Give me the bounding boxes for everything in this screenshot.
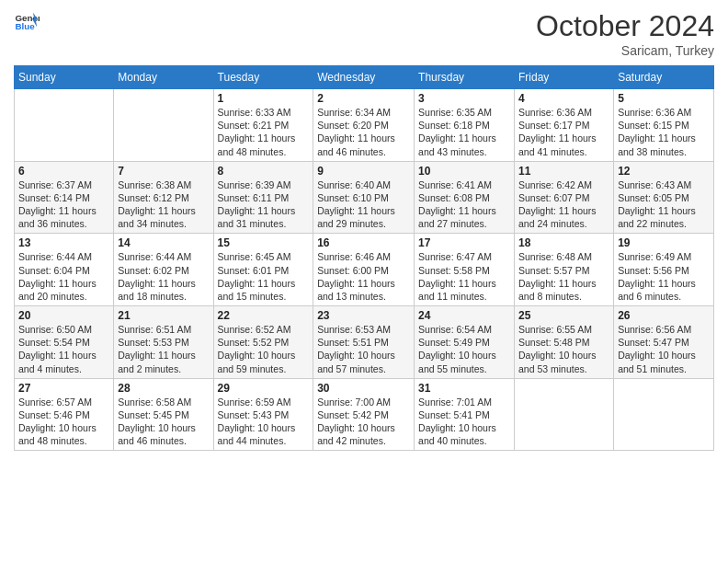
- day-number: 1: [218, 92, 310, 105]
- day-info: Sunrise: 6:52 AM Sunset: 5:52 PM Dayligh…: [218, 323, 310, 375]
- day-number: 26: [618, 309, 710, 322]
- day-info: Sunrise: 6:42 AM Sunset: 6:07 PM Dayligh…: [518, 178, 609, 231]
- day-info: Sunrise: 6:40 AM Sunset: 6:10 PM Dayligh…: [317, 178, 410, 231]
- day-info: Sunrise: 6:37 AM Sunset: 6:14 PM Dayligh…: [18, 178, 109, 231]
- header-sunday: Sunday: [15, 66, 114, 89]
- location: Saricam, Turkey: [536, 43, 714, 58]
- day-number: 24: [418, 309, 510, 322]
- day-info: Sunrise: 6:43 AM Sunset: 6:05 PM Dayligh…: [618, 178, 710, 231]
- calendar-cell: 26Sunrise: 6:56 AM Sunset: 5:47 PM Dayli…: [614, 306, 714, 379]
- day-info: Sunrise: 6:55 AM Sunset: 5:48 PM Dayligh…: [518, 323, 609, 375]
- day-info: Sunrise: 6:50 AM Sunset: 5:54 PM Dayligh…: [18, 323, 109, 375]
- calendar-cell: [614, 378, 714, 451]
- day-number: 21: [118, 309, 209, 322]
- calendar-cell: 9Sunrise: 6:40 AM Sunset: 6:10 PM Daylig…: [313, 161, 415, 234]
- header-friday: Friday: [514, 66, 613, 89]
- day-number: 19: [618, 236, 710, 249]
- day-number: 16: [317, 236, 410, 249]
- calendar-cell: 19Sunrise: 6:49 AM Sunset: 5:56 PM Dayli…: [614, 234, 714, 306]
- day-info: Sunrise: 6:49 AM Sunset: 5:56 PM Dayligh…: [618, 250, 710, 303]
- calendar-cell: 13Sunrise: 6:44 AM Sunset: 6:04 PM Dayli…: [15, 234, 114, 306]
- calendar-cell: 10Sunrise: 6:41 AM Sunset: 6:08 PM Dayli…: [415, 161, 515, 234]
- header-saturday: Saturday: [614, 66, 714, 89]
- calendar-cell: 12Sunrise: 6:43 AM Sunset: 6:05 PM Dayli…: [614, 161, 714, 234]
- calendar-cell: 6Sunrise: 6:37 AM Sunset: 6:14 PM Daylig…: [15, 161, 114, 234]
- header: General Blue October 2024 Saricam, Turke…: [14, 9, 714, 58]
- day-number: 8: [218, 165, 310, 178]
- day-number: 18: [518, 236, 609, 249]
- day-info: Sunrise: 6:36 AM Sunset: 6:15 PM Dayligh…: [618, 106, 710, 158]
- day-info: Sunrise: 7:01 AM Sunset: 5:41 PM Dayligh…: [418, 396, 510, 448]
- day-info: Sunrise: 6:44 AM Sunset: 6:04 PM Dayligh…: [18, 250, 109, 303]
- calendar-cell: 8Sunrise: 6:39 AM Sunset: 6:11 PM Daylig…: [213, 161, 313, 234]
- day-number: 10: [418, 165, 510, 178]
- day-info: Sunrise: 6:59 AM Sunset: 5:43 PM Dayligh…: [218, 396, 310, 448]
- calendar-table: Sunday Monday Tuesday Wednesday Thursday…: [14, 65, 714, 451]
- day-number: 5: [618, 92, 710, 105]
- calendar-cell: 27Sunrise: 6:57 AM Sunset: 5:46 PM Dayli…: [15, 378, 114, 451]
- calendar-cell: 1Sunrise: 6:33 AM Sunset: 6:21 PM Daylig…: [213, 89, 313, 162]
- day-info: Sunrise: 6:51 AM Sunset: 5:53 PM Dayligh…: [118, 323, 209, 375]
- day-number: 7: [118, 165, 209, 178]
- day-info: Sunrise: 6:57 AM Sunset: 5:46 PM Dayligh…: [18, 396, 109, 448]
- calendar-week-5: 27Sunrise: 6:57 AM Sunset: 5:46 PM Dayli…: [15, 378, 714, 451]
- header-wednesday: Wednesday: [313, 66, 415, 89]
- day-info: Sunrise: 6:58 AM Sunset: 5:45 PM Dayligh…: [118, 396, 209, 448]
- day-number: 20: [18, 309, 109, 322]
- calendar-cell: 29Sunrise: 6:59 AM Sunset: 5:43 PM Dayli…: [213, 378, 313, 451]
- day-number: 6: [18, 165, 109, 178]
- calendar-cell: [514, 378, 613, 451]
- calendar-cell: 17Sunrise: 6:47 AM Sunset: 5:58 PM Dayli…: [415, 234, 515, 306]
- day-number: 11: [518, 165, 609, 178]
- day-info: Sunrise: 6:46 AM Sunset: 6:00 PM Dayligh…: [317, 250, 410, 303]
- day-number: 25: [518, 309, 609, 322]
- day-number: 27: [18, 382, 109, 395]
- day-info: Sunrise: 6:38 AM Sunset: 6:12 PM Dayligh…: [118, 178, 209, 231]
- calendar-cell: 11Sunrise: 6:42 AM Sunset: 6:07 PM Dayli…: [514, 161, 613, 234]
- logo-icon: General Blue: [14, 9, 40, 35]
- day-number: 23: [317, 309, 410, 322]
- calendar-cell: 5Sunrise: 6:36 AM Sunset: 6:15 PM Daylig…: [614, 89, 714, 162]
- calendar-cell: 18Sunrise: 6:48 AM Sunset: 5:57 PM Dayli…: [514, 234, 613, 306]
- calendar-cell: 28Sunrise: 6:58 AM Sunset: 5:45 PM Dayli…: [114, 378, 213, 451]
- day-number: 22: [218, 309, 310, 322]
- day-number: 12: [618, 165, 710, 178]
- day-number: 31: [418, 382, 510, 395]
- calendar-cell: 31Sunrise: 7:01 AM Sunset: 5:41 PM Dayli…: [415, 378, 515, 451]
- header-thursday: Thursday: [415, 66, 515, 89]
- calendar-cell: 21Sunrise: 6:51 AM Sunset: 5:53 PM Dayli…: [114, 306, 213, 379]
- calendar-cell: 16Sunrise: 6:46 AM Sunset: 6:00 PM Dayli…: [313, 234, 415, 306]
- day-info: Sunrise: 6:48 AM Sunset: 5:57 PM Dayligh…: [518, 250, 609, 303]
- day-number: 4: [518, 92, 609, 105]
- day-number: 3: [418, 92, 510, 105]
- day-info: Sunrise: 6:36 AM Sunset: 6:17 PM Dayligh…: [518, 106, 609, 158]
- header-monday: Monday: [114, 66, 213, 89]
- day-number: 9: [317, 165, 410, 178]
- title-block: October 2024 Saricam, Turkey: [536, 9, 714, 58]
- calendar-week-3: 13Sunrise: 6:44 AM Sunset: 6:04 PM Dayli…: [15, 234, 714, 306]
- day-info: Sunrise: 6:44 AM Sunset: 6:02 PM Dayligh…: [118, 250, 209, 303]
- calendar-cell: [15, 89, 114, 162]
- calendar-cell: 3Sunrise: 6:35 AM Sunset: 6:18 PM Daylig…: [415, 89, 515, 162]
- day-info: Sunrise: 6:35 AM Sunset: 6:18 PM Dayligh…: [418, 106, 510, 158]
- day-info: Sunrise: 6:56 AM Sunset: 5:47 PM Dayligh…: [618, 323, 710, 375]
- logo: General Blue: [14, 9, 40, 35]
- calendar-cell: 7Sunrise: 6:38 AM Sunset: 6:12 PM Daylig…: [114, 161, 213, 234]
- day-number: 13: [18, 236, 109, 249]
- day-info: Sunrise: 6:34 AM Sunset: 6:20 PM Dayligh…: [317, 106, 410, 158]
- day-number: 28: [118, 382, 209, 395]
- day-info: Sunrise: 6:41 AM Sunset: 6:08 PM Dayligh…: [418, 178, 510, 231]
- calendar-cell: 30Sunrise: 7:00 AM Sunset: 5:42 PM Dayli…: [313, 378, 415, 451]
- calendar-cell: 14Sunrise: 6:44 AM Sunset: 6:02 PM Dayli…: [114, 234, 213, 306]
- calendar-cell: 2Sunrise: 6:34 AM Sunset: 6:20 PM Daylig…: [313, 89, 415, 162]
- day-info: Sunrise: 6:54 AM Sunset: 5:49 PM Dayligh…: [418, 323, 510, 375]
- calendar-cell: 24Sunrise: 6:54 AM Sunset: 5:49 PM Dayli…: [415, 306, 515, 379]
- day-number: 2: [317, 92, 410, 105]
- day-number: 14: [118, 236, 209, 249]
- calendar-cell: 22Sunrise: 6:52 AM Sunset: 5:52 PM Dayli…: [213, 306, 313, 379]
- calendar-cell: 23Sunrise: 6:53 AM Sunset: 5:51 PM Dayli…: [313, 306, 415, 379]
- calendar-week-2: 6Sunrise: 6:37 AM Sunset: 6:14 PM Daylig…: [15, 161, 714, 234]
- day-info: Sunrise: 7:00 AM Sunset: 5:42 PM Dayligh…: [317, 396, 410, 448]
- calendar-cell: 20Sunrise: 6:50 AM Sunset: 5:54 PM Dayli…: [15, 306, 114, 379]
- calendar-cell: 15Sunrise: 6:45 AM Sunset: 6:01 PM Dayli…: [213, 234, 313, 306]
